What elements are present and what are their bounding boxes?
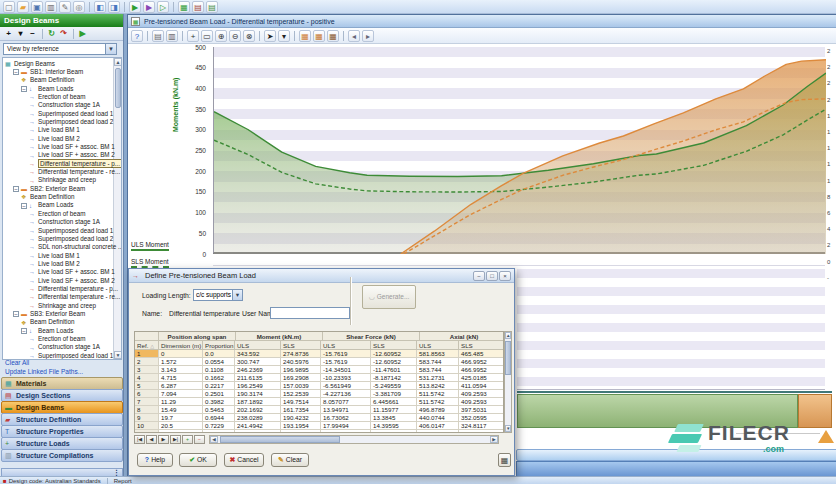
table-cell[interactable]: 465.485 xyxy=(459,350,504,358)
pan-icon[interactable]: + xyxy=(187,30,199,42)
table-row[interactable]: 67.0940.2501190.3174152.2539-4.227136-3.… xyxy=(135,390,503,398)
table-cell[interactable]: -10.23393 xyxy=(321,374,371,382)
table-cell[interactable]: 6.445661 xyxy=(371,398,417,406)
tree-expand-icon[interactable]: − xyxy=(13,186,19,192)
table-cell[interactable]: -12.60952 xyxy=(371,350,417,358)
tree-item[interactable]: →Construction stage 1A xyxy=(3,101,122,109)
row-ref-cell[interactable]: 2 xyxy=(135,358,159,366)
user-name-input[interactable] xyxy=(270,307,350,319)
table-cell[interactable]: 16.73062 xyxy=(321,414,371,422)
table-cell[interactable]: 19.7 xyxy=(159,414,203,422)
sort-icon[interactable]: △ xyxy=(150,343,154,349)
table-cell[interactable]: 0.5463 xyxy=(203,406,235,414)
record-nav-button[interactable]: ▶| xyxy=(170,435,181,444)
tree-expand-icon[interactable]: − xyxy=(21,203,27,209)
table-cell[interactable]: 157.0039 xyxy=(281,382,321,390)
table-cell[interactable]: 14.39595 xyxy=(371,422,417,430)
table-cell[interactable]: 406.0147 xyxy=(417,422,459,430)
tree-expand-icon[interactable]: − xyxy=(13,311,19,317)
chart-window-titlebar[interactable]: ▦ Pre-tensioned Beam Load - Differential… xyxy=(128,15,836,28)
ok-button[interactable]: ✔OK xyxy=(179,453,217,467)
table-cell[interactable]: 466.9952 xyxy=(459,358,504,366)
tree-item[interactable]: ❖Beam Definition xyxy=(3,193,122,201)
chevron-down-icon[interactable]: ▼ xyxy=(105,44,116,54)
tree-item[interactable]: →Differential temperature - p... xyxy=(3,285,122,293)
zoom-in-icon[interactable]: ⊕ xyxy=(215,30,227,42)
tree-item[interactable]: →Live load BM 1 xyxy=(3,252,122,260)
tree-item[interactable]: →Live load BM 2 xyxy=(3,135,122,143)
legend-uls-moment[interactable]: ULS Moment xyxy=(131,241,169,251)
table-cell[interactable]: 0.2501 xyxy=(203,390,235,398)
dialog-titlebar[interactable]: → Define Pre-tensioned Beam Load − □ × xyxy=(129,269,514,283)
tree-item[interactable]: →Live load BM 1 xyxy=(3,126,122,134)
table-cell[interactable]: 300.747 xyxy=(235,358,281,366)
table-row[interactable]: 711.290.3982187.1892149.75148.0570776.44… xyxy=(135,398,503,406)
table-cell[interactable]: 1.572 xyxy=(159,358,203,366)
tree-item[interactable]: ❖Beam Definition xyxy=(3,76,122,84)
legend-sls-moment[interactable]: SLS Moment xyxy=(131,258,169,268)
table-cell[interactable]: 4.715 xyxy=(159,374,203,382)
tree-item[interactable]: −▬SB1: Interior Beam xyxy=(3,68,122,76)
save-icon[interactable]: ▣ xyxy=(31,1,43,13)
tree-item[interactable]: →Live load BM 2 xyxy=(3,260,122,268)
table-cell[interactable]: 411.0594 xyxy=(459,382,504,390)
table-cell[interactable]: -4.227136 xyxy=(321,390,371,398)
prev-result-icon[interactable]: ◂ xyxy=(348,30,360,42)
pointer-icon[interactable]: ➤ xyxy=(264,30,276,42)
table-cell[interactable]: 409.2593 xyxy=(459,390,504,398)
tree-item[interactable]: −▬SB3: Exterior Beam xyxy=(3,310,122,318)
tree-item[interactable]: →Differential temperature - p... xyxy=(3,160,122,168)
table-cell[interactable]: 440.0744 xyxy=(417,414,459,422)
tree-item[interactable]: ❖Beam Definition xyxy=(3,318,122,326)
snapshot-icon[interactable]: ◎ xyxy=(73,1,85,13)
print-icon[interactable]: ▥ xyxy=(166,30,178,42)
table-cell[interactable]: -8.187142 xyxy=(371,374,417,382)
design-run-icon[interactable]: ▶ xyxy=(143,1,155,13)
generate-button[interactable]: ◡Generate... xyxy=(362,285,416,309)
tree-item[interactable]: →Superimposed dead load 2 xyxy=(3,235,122,243)
table-cell[interactable]: 15.49 xyxy=(159,406,203,414)
table-cell[interactable]: 211.6135 xyxy=(235,374,281,382)
table-row[interactable]: 33.1430.1108246.2369196.9895-14.34501-11… xyxy=(135,366,503,374)
tree-item[interactable]: ▦Design Beams xyxy=(3,60,122,68)
tree-item[interactable]: −↓Beam Loads xyxy=(3,327,122,335)
tree-expand-icon[interactable]: − xyxy=(21,86,27,92)
table-cell[interactable]: 13.3845 xyxy=(371,414,417,422)
table-row[interactable]: 815.490.5463202.1692161.735413.9497111.1… xyxy=(135,406,503,414)
table-cell[interactable]: 531.2731 xyxy=(417,374,459,382)
update-linked-paths-link[interactable]: Update Linked File Paths... xyxy=(5,368,83,375)
row-ref-cell[interactable]: 10 xyxy=(135,422,159,430)
new-document-icon[interactable]: ▢ xyxy=(3,1,15,13)
record-nav-button[interactable]: ◀ xyxy=(146,435,157,444)
tree-item[interactable]: →Erection of beam xyxy=(3,335,122,343)
table-cell[interactable]: 246.2369 xyxy=(235,366,281,374)
add-dropdown-arrow[interactable]: ▾ xyxy=(15,28,26,39)
table-cell[interactable]: 0.0 xyxy=(203,350,235,358)
tree-item[interactable]: →Shrinkage and creep xyxy=(3,302,122,310)
copy-chart-icon[interactable]: ▦ xyxy=(299,30,311,42)
table-cell[interactable]: 17.99494 xyxy=(321,422,371,430)
table-cell[interactable]: 583.744 xyxy=(417,358,459,366)
record-nav-button[interactable]: − xyxy=(194,435,205,444)
batch-run-icon[interactable]: ▷ xyxy=(157,1,169,13)
table-cell[interactable]: 20.5 xyxy=(159,422,203,430)
row-ref-cell[interactable]: 6 xyxy=(135,390,159,398)
minimize-icon[interactable]: − xyxy=(473,271,485,281)
table-cell[interactable]: 466.9952 xyxy=(459,366,504,374)
table-cell[interactable]: 583.744 xyxy=(417,366,459,374)
results-sheet-icon[interactable]: ▦ xyxy=(178,1,190,13)
table-cell[interactable]: 190.4232 xyxy=(281,414,321,422)
table-cell[interactable]: -15.7619 xyxy=(321,358,371,366)
tree-expand-icon[interactable]: − xyxy=(13,69,19,75)
row-ref-cell[interactable]: 8 xyxy=(135,406,159,414)
tree-item[interactable]: →Construction stage 1A xyxy=(3,343,122,351)
maximize-icon[interactable]: □ xyxy=(486,271,498,281)
table-cell[interactable]: 187.1892 xyxy=(235,398,281,406)
loading-length-dropdown[interactable]: c/c supports ▼ xyxy=(193,289,243,301)
tree-item[interactable]: −↓Beam Loads xyxy=(3,85,122,93)
row-ref-cell[interactable]: 7 xyxy=(135,398,159,406)
table-row[interactable]: 100.0343.592274.8736-15.7619-12.60952581… xyxy=(135,350,503,358)
table-horizontal-scrollbar[interactable]: ◀ ▶ xyxy=(209,435,499,444)
table-cell[interactable]: 0.7229 xyxy=(203,422,235,430)
record-nav-button[interactable]: ▶ xyxy=(158,435,169,444)
